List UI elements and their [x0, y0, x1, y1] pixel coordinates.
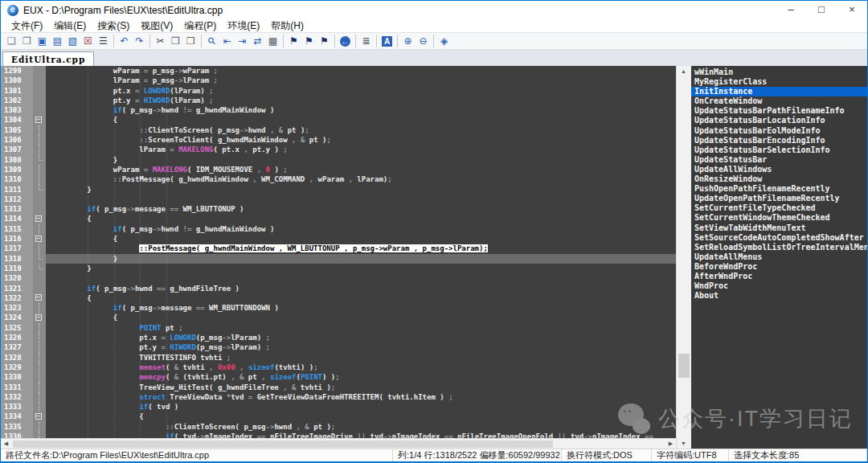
new-file-icon[interactable]: ❏	[4, 34, 19, 48]
fold-margin[interactable]	[33, 363, 46, 372]
save-as-icon[interactable]: ▤	[50, 34, 65, 48]
fold-margin[interactable]	[33, 264, 46, 273]
fold-margin[interactable]	[33, 422, 46, 432]
scroll-up-icon[interactable]: ▲	[677, 66, 690, 76]
menu-item-7[interactable]: 帮助(H)	[265, 19, 309, 33]
code-line[interactable]: 1302 pt.y = HIWORD(lParam) ;	[1, 96, 676, 105]
bookmark-icon[interactable]: ⚑	[286, 34, 301, 48]
menu-item-4[interactable]: 视图(V)	[135, 19, 178, 33]
code-line[interactable]: 1323 if( p_msg->message == WM_RBUTTONDOW…	[1, 303, 676, 313]
navigate-back-icon[interactable]: ←	[338, 34, 353, 48]
syntax-highlight-icon[interactable]: A	[379, 34, 395, 48]
code-line[interactable]: 1330 memcpy( & (tvhti.pt) , & pt , sizeo…	[1, 372, 676, 382]
symbol-item[interactable]: OnResizeWindow	[691, 174, 867, 184]
code-line[interactable]: 1312	[1, 195, 676, 204]
fold-margin[interactable]	[33, 66, 46, 76]
symbol-item[interactable]: BeforeWndProc	[691, 262, 867, 272]
scroll-down-icon[interactable]: ▼	[677, 438, 690, 449]
save-icon[interactable]: ▣	[35, 34, 50, 48]
scroll-right-icon[interactable]: ▶	[665, 439, 676, 449]
replace-in-files-icon[interactable]: ▦	[265, 34, 280, 48]
code-line[interactable]: 1335 ::ClientToScreen( p_msg->hwnd , & p…	[1, 422, 676, 432]
symbol-item[interactable]: UpdateAllWindows	[691, 165, 867, 174]
vertical-scroll-thumb[interactable]	[678, 354, 690, 378]
code-line[interactable]: 1332 struct TreeViewData *tvd = GetTreeV…	[1, 392, 676, 402]
undo-icon[interactable]: ↶	[117, 34, 132, 48]
fold-margin[interactable]: −	[33, 234, 46, 244]
tab-editultra.cpp[interactable]: EditUltra.cpp	[2, 51, 94, 66]
horizontal-scrollbar[interactable]: ◀ ▶	[1, 438, 676, 449]
code-line[interactable]: 1333 if( tvd )	[1, 402, 676, 412]
close-file-icon[interactable]: ☒	[80, 34, 96, 48]
symbol-item[interactable]: About	[691, 291, 867, 301]
symbol-item[interactable]: wWinMain	[691, 68, 867, 77]
fold-margin[interactable]	[33, 174, 46, 184]
code-line[interactable]: 1309 wParam = MAKELONG( IDM_MOUSEMOVE , …	[1, 165, 676, 174]
vertical-scrollbar[interactable]: ▲ ▼	[676, 66, 690, 449]
fold-margin[interactable]	[33, 432, 46, 438]
code-line[interactable]: 1324− {	[1, 313, 676, 322]
fold-margin[interactable]	[33, 135, 46, 145]
fold-margin[interactable]	[33, 96, 46, 105]
fold-margin[interactable]	[33, 333, 46, 342]
fold-margin[interactable]: −	[33, 293, 46, 303]
symbol-item[interactable]: UpdateStatusBarSelectionInfo	[691, 145, 867, 155]
fold-margin[interactable]: −	[33, 412, 46, 421]
symbol-item[interactable]: SetReloadSymbolListOrTreeIntervalMen	[691, 243, 867, 252]
code-line[interactable]: 1311 }	[1, 185, 676, 195]
fold-collapse-icon[interactable]: −	[35, 413, 42, 420]
code-line[interactable]: 1328 TVHITTESTINFO tvhti ;	[1, 353, 676, 363]
menu-item-5[interactable]: 编程(P)	[178, 19, 222, 33]
symbol-item[interactable]: PushOpenPathFilenameRecently	[691, 184, 867, 194]
symbol-item-selected[interactable]: InitInstance	[691, 87, 867, 96]
fold-margin[interactable]: −	[33, 115, 46, 125]
fold-margin[interactable]	[33, 383, 46, 392]
scroll-left-icon[interactable]: ◀	[1, 439, 11, 449]
fold-margin[interactable]	[33, 155, 46, 165]
code-line[interactable]: 1306 ::ScreenToClient( g_hwndMainWindow …	[1, 135, 676, 145]
code-line[interactable]: 1326 pt.x = LOWORD(p_msg->lParam) ;	[1, 333, 676, 342]
code-line[interactable]: 1313 if( p_msg->message == WM_LBUTTONUP …	[1, 204, 676, 214]
code-line[interactable]: 1321 if( p_msg->hwnd == g_hwndFileTree )	[1, 284, 676, 293]
code-line[interactable]: 1308 }	[1, 155, 676, 165]
code-line[interactable]: 1315 if( p_msg->hwnd != g_hwndMainWindow…	[1, 224, 676, 234]
fold-collapse-icon[interactable]: −	[35, 236, 42, 242]
code-line[interactable]: 1305 ::ClientToScreen( p_msg->hwnd , & p…	[1, 125, 676, 135]
code-line[interactable]: 1329 memset( & tvhti , 0x00 , sizeof(tvh…	[1, 363, 676, 372]
symbol-item[interactable]: UpdateStatusBarEolModeInfo	[691, 126, 867, 136]
code-line[interactable]: 1301 pt.x = LOWORD(lParam) ;	[1, 86, 676, 96]
fold-margin[interactable]	[33, 224, 46, 234]
copy-icon[interactable]: ❐	[168, 34, 183, 48]
menu-item-3[interactable]: 搜索(S)	[92, 19, 135, 33]
cut-icon[interactable]: ✂	[153, 34, 168, 48]
code-line[interactable]: 1304− {	[1, 115, 676, 125]
code-line[interactable]: 1319 }	[1, 264, 676, 273]
code-line[interactable]: 1303 if( p_msg->hwnd != g_hwndMainWindow…	[1, 105, 676, 115]
fold-margin[interactable]	[33, 125, 46, 135]
fold-margin[interactable]	[33, 76, 46, 85]
menu-item-1[interactable]: 文件(F)	[6, 19, 48, 33]
fold-margin[interactable]	[33, 204, 46, 214]
symbol-item[interactable]: SetSourceCodeAutoCompletedShowAfter	[691, 233, 867, 243]
line-ending-icon[interactable]: ≣	[358, 34, 374, 48]
menu-item-6[interactable]: 环境(E)	[222, 19, 265, 33]
fold-margin[interactable]	[33, 244, 46, 253]
symbol-item[interactable]: UpdateOpenPathFilenameRecently	[691, 194, 867, 203]
file-list-icon[interactable]: ☰	[96, 34, 111, 48]
zoom-in-icon[interactable]: ⊕	[400, 34, 416, 48]
code-line[interactable]: 1299 wParam = p_msg->wParam ;	[1, 66, 676, 76]
menu-item-2[interactable]: 编辑(E)	[48, 19, 92, 33]
fold-collapse-icon[interactable]: −	[35, 294, 42, 301]
save-all-icon[interactable]: ▧	[65, 34, 80, 48]
fold-margin[interactable]	[33, 165, 46, 174]
next-bookmark-icon[interactable]: ⚑	[317, 34, 332, 48]
horizontal-scroll-thumb[interactable]	[13, 440, 553, 448]
zoom-out-icon[interactable]: ⊖	[416, 34, 431, 48]
prev-bookmark-icon[interactable]: ⚑	[301, 34, 317, 48]
code-line[interactable]: 1307 lParam = MAKELONG( pt.x , pt.y ) ;	[1, 145, 676, 154]
code-line[interactable]: 1327 pt.y = HIWORD(p_msg->lParam) ;	[1, 342, 676, 352]
code-line[interactable]: 1318 }	[1, 254, 676, 264]
maximize-button[interactable]: □	[806, 1, 837, 19]
fold-margin[interactable]: −	[33, 313, 46, 322]
code-editor[interactable]: 1299 wParam = p_msg->wParam ;1300 lParam…	[1, 66, 676, 438]
